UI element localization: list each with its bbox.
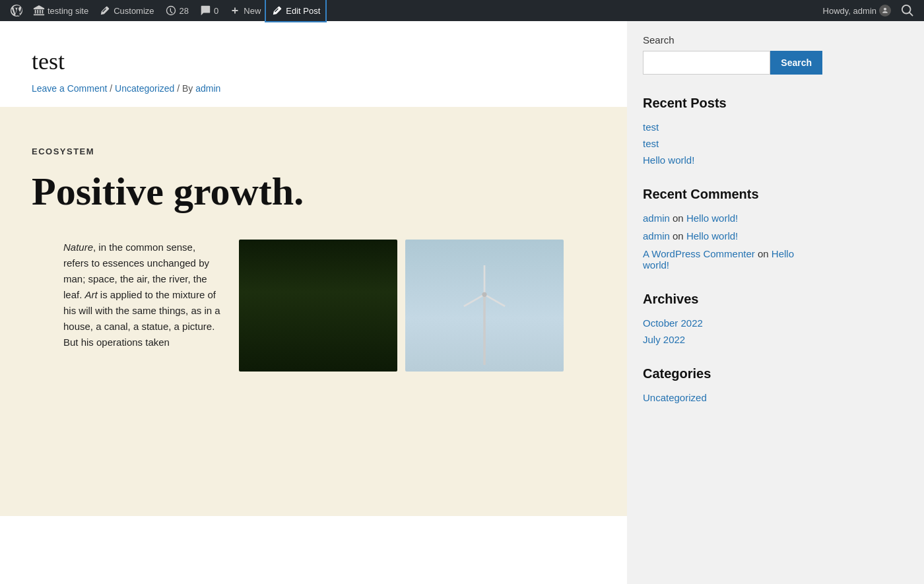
wp-logo-button[interactable] — [5, 0, 28, 21]
categories-widget: Categories Uncategorized — [643, 366, 822, 403]
comments-count: 0 — [214, 6, 218, 16]
archives-widget: Archives October 2022 July 2022 — [643, 292, 822, 345]
svg-point-4 — [482, 292, 486, 297]
nature-italic: Nature — [63, 242, 93, 253]
comments-button[interactable]: 0 — [194, 0, 224, 21]
recent-posts-widget: Recent Posts test test Hello world! — [643, 96, 822, 166]
howdy-label: Howdy, admin — [823, 6, 876, 16]
author-link[interactable]: admin — [195, 83, 220, 94]
new-label: New — [244, 6, 261, 16]
admin-bar: testing site Customize 28 0 New Edit Pos… — [0, 0, 924, 21]
content-text: Nature, in the common sense, refers to e… — [63, 240, 223, 350]
svg-rect-0 — [483, 294, 486, 365]
edit-post-label: Edit Post — [286, 6, 320, 16]
content-paragraph: , in the common sense, refers to essence… — [63, 242, 220, 348]
svg-line-3 — [484, 294, 505, 306]
categories-title: Categories — [643, 366, 822, 381]
main-content: test Leave a Comment / Uncategorized / B… — [0, 21, 627, 584]
post-title: test — [32, 48, 595, 75]
new-button[interactable]: New — [224, 0, 266, 21]
meta-sep2: / By — [174, 83, 195, 94]
meta-sep1: / — [107, 83, 115, 94]
comment-post-2[interactable]: Hello world! — [686, 230, 738, 242]
big-heading: Positive growth. — [32, 170, 595, 213]
customize-button[interactable]: Customize — [94, 0, 159, 21]
admin-bar-right: Howdy, admin — [818, 0, 919, 21]
wind-turbine-image — [405, 240, 564, 372]
wind-turbine-svg — [458, 259, 511, 365]
images-grid — [239, 240, 564, 372]
howdy-button[interactable]: Howdy, admin — [818, 0, 896, 21]
search-toggle-button[interactable] — [896, 0, 919, 21]
revisions-button[interactable]: 28 — [160, 0, 194, 21]
recent-post-3[interactable]: Hello world! — [643, 154, 822, 166]
page-wrapper: test Leave a Comment / Uncategorized / B… — [0, 21, 924, 584]
comment-author-2[interactable]: admin — [643, 230, 670, 242]
comment-author-3[interactable]: A WordPress Commenter — [643, 248, 755, 259]
customize-label: Customize — [114, 6, 154, 16]
leave-comment-link[interactable]: Leave a Comment — [32, 83, 107, 94]
site-name-label: testing site — [48, 6, 88, 16]
comment-on-2: on — [673, 230, 686, 242]
category-link[interactable]: Uncategorized — [115, 83, 174, 94]
search-widget: Search Search — [643, 34, 822, 75]
recent-post-1[interactable]: test — [643, 121, 822, 133]
recent-comments-title: Recent Comments — [643, 187, 822, 202]
category-uncategorized[interactable]: Uncategorized — [643, 392, 822, 403]
svg-line-2 — [464, 294, 484, 306]
search-input[interactable] — [643, 51, 770, 75]
content-area: Nature, in the common sense, refers to e… — [32, 240, 595, 398]
search-widget-label: Search — [643, 34, 822, 46]
sidebar: Search Search Recent Posts test test Hel… — [627, 21, 838, 584]
post-meta: Leave a Comment / Uncategorized / By adm… — [32, 83, 595, 94]
revisions-count: 28 — [180, 6, 189, 16]
comment-entry-3: A WordPress Commenter on Hello world! — [643, 248, 822, 271]
site-name-button[interactable]: testing site — [28, 0, 94, 21]
comment-entry-2: admin on Hello world! — [643, 230, 822, 242]
recent-post-2[interactable]: test — [643, 138, 822, 149]
comment-post-1[interactable]: Hello world! — [686, 212, 738, 224]
comment-entry-1: admin on Hello world! — [643, 212, 822, 224]
archives-title: Archives — [643, 292, 822, 307]
ecosystem-label: ECOSYSTEM — [32, 146, 595, 156]
recent-posts-title: Recent Posts — [643, 96, 822, 111]
archive-october-2022[interactable]: October 2022 — [643, 317, 822, 329]
search-button[interactable]: Search — [770, 51, 822, 75]
search-row: Search — [643, 51, 822, 75]
edit-post-button[interactable]: Edit Post — [266, 0, 325, 21]
post-header: test Leave a Comment / Uncategorized / B… — [0, 21, 627, 107]
forest-image — [239, 240, 397, 372]
featured-section: ECOSYSTEM Positive growth. Nature, in th… — [0, 107, 627, 516]
recent-comments-widget: Recent Comments admin on Hello world! ad… — [643, 187, 822, 271]
archive-july-2022[interactable]: July 2022 — [643, 334, 822, 345]
comment-author-1[interactable]: admin — [643, 212, 670, 224]
comment-on-1: on — [673, 212, 686, 224]
comment-on-3: on — [758, 248, 772, 259]
